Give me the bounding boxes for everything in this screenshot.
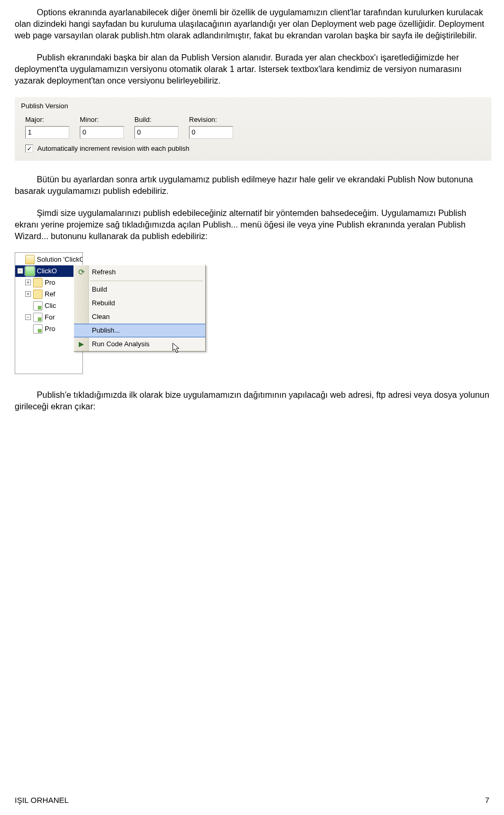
tree-row[interactable]: + Ref bbox=[15, 288, 82, 300]
mouse-cursor-icon bbox=[172, 343, 182, 353]
tree-row[interactable]: − For bbox=[15, 312, 82, 323]
menu-item-rebuild[interactable]: Rebuild bbox=[74, 296, 205, 310]
csharp-file-icon bbox=[33, 313, 43, 322]
tree-item-label: For bbox=[45, 313, 55, 322]
footer-author: IŞIL ORHANEL bbox=[15, 795, 69, 806]
pv-major-value: 1 bbox=[28, 128, 32, 137]
pv-build-input[interactable]: 0 bbox=[134, 126, 178, 139]
expand-icon[interactable]: + bbox=[25, 280, 31, 285]
publish-version-panel: Publish Version Major: 1 Minor: 0 Build:… bbox=[15, 97, 491, 161]
tree-row[interactable]: + Pro bbox=[15, 277, 82, 288]
tree-item-label: Pro bbox=[45, 324, 55, 334]
menu-label: Run Code Analysis bbox=[92, 339, 150, 349]
collapse-icon[interactable]: − bbox=[25, 314, 31, 320]
tree-project-label: ClickO bbox=[37, 266, 57, 276]
pv-revision-input[interactable]: 0 bbox=[189, 126, 233, 139]
tree-item-label: Ref bbox=[45, 290, 55, 299]
collapse-icon[interactable]: − bbox=[17, 268, 23, 274]
expand-icon[interactable]: + bbox=[25, 291, 31, 297]
pv-minor: Minor: 0 bbox=[80, 115, 124, 139]
solution-icon bbox=[25, 255, 35, 264]
tree-row[interactable]: Pro bbox=[15, 323, 82, 335]
paragraph-5: Publish'e tıkladığımızda ilk olarak bize… bbox=[15, 389, 489, 412]
menu-separator bbox=[90, 281, 203, 281]
refresh-icon: ⟳ bbox=[76, 267, 87, 277]
tree-solution-row[interactable]: Solution 'ClickOnceUygulama' (1 project) bbox=[15, 254, 82, 265]
folder-icon bbox=[33, 278, 43, 287]
menu-item-clean[interactable]: Clean bbox=[74, 310, 205, 324]
tree-item-label: Clic bbox=[45, 301, 56, 311]
auto-increment-checkbox[interactable]: ✓ bbox=[25, 145, 33, 152]
solution-tree: Solution 'ClickOnceUygulama' (1 project)… bbox=[15, 252, 83, 374]
tree-item-label: Pro bbox=[45, 278, 55, 287]
footer-page-number: 7 bbox=[485, 795, 489, 806]
folder-icon bbox=[33, 290, 43, 299]
pv-minor-value: 0 bbox=[82, 128, 86, 137]
page-footer: IŞIL ORHANEL 7 bbox=[15, 795, 489, 806]
publish-version-title: Publish Version bbox=[21, 101, 489, 111]
pv-major: Major: 1 bbox=[25, 115, 69, 139]
menu-item-run-code-analysis[interactable]: ▶ Run Code Analysis bbox=[74, 337, 205, 351]
csharp-file-icon bbox=[33, 301, 43, 311]
context-menu-screenshot: Solution 'ClickOnceUygulama' (1 project)… bbox=[15, 252, 209, 374]
project-icon bbox=[25, 266, 35, 276]
context-menu: ⟳ Refresh Build Rebuild Clean Publish...… bbox=[74, 265, 206, 352]
pv-revision: Revision: 0 bbox=[189, 115, 233, 139]
paragraph-1: Options ekranında ayarlanabilecek diğer … bbox=[15, 6, 489, 41]
menu-item-publish[interactable]: Publish... bbox=[74, 324, 205, 337]
menu-label: Build bbox=[92, 285, 107, 294]
tree-row[interactable]: Clic bbox=[15, 300, 82, 312]
pv-revision-value: 0 bbox=[192, 128, 195, 137]
paragraph-4: Şimdi size uygulamalarınızı publish edeb… bbox=[15, 207, 489, 242]
pv-minor-label: Minor: bbox=[80, 115, 124, 125]
paragraph-2: Publish ekranındaki başka bir alan da Pu… bbox=[15, 51, 489, 86]
menu-label: Rebuild bbox=[92, 298, 115, 308]
run-analysis-icon: ▶ bbox=[76, 339, 87, 349]
pv-build: Build: 0 bbox=[134, 115, 178, 139]
tree-project-row[interactable]: − ClickO bbox=[15, 265, 82, 277]
menu-label: Clean bbox=[92, 312, 110, 322]
menu-item-refresh[interactable]: ⟳ Refresh bbox=[74, 265, 205, 279]
csharp-file-icon bbox=[33, 324, 43, 334]
menu-label: Refresh bbox=[92, 267, 116, 277]
pv-build-value: 0 bbox=[137, 128, 141, 137]
pv-major-label: Major: bbox=[25, 115, 69, 125]
pv-revision-label: Revision: bbox=[189, 115, 233, 125]
paragraph-3: Bütün bu ayarlardan sonra artık uygulama… bbox=[15, 173, 489, 197]
pv-build-label: Build: bbox=[134, 115, 178, 125]
auto-increment-label: Automatically increment revision with ea… bbox=[37, 144, 190, 153]
menu-item-build[interactable]: Build bbox=[74, 283, 205, 296]
tree-solution-label: Solution 'ClickOnceUygulama' (1 project) bbox=[37, 255, 82, 264]
pv-major-input[interactable]: 1 bbox=[25, 126, 69, 139]
pv-minor-input[interactable]: 0 bbox=[80, 126, 124, 139]
menu-label: Publish... bbox=[92, 326, 120, 335]
